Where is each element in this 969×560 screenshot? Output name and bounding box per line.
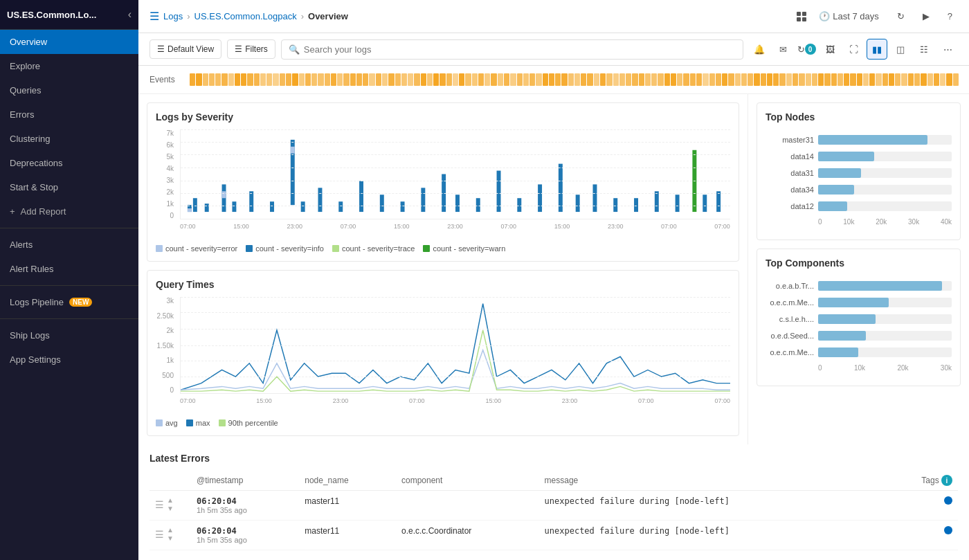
chevron-down-icon[interactable]: ▼ [167,505,174,512]
help-button[interactable]: ? [942,8,958,24]
filters-button[interactable]: ☰ Filters [227,39,275,59]
timeline-bar [266,73,272,86]
sidebar-divider-2 [0,285,138,286]
timeline-bar [799,73,804,86]
timeline-bar [773,73,779,86]
timeline-bar [632,73,637,86]
query-times-title: Query Times [156,279,730,290]
hbar-track [818,347,952,357]
sidebar-item-deprecations[interactable]: Deprecations [0,151,138,175]
chevron-down-icon[interactable]: ▼ [167,534,174,542]
sidebar-item-explore[interactable]: Explore [0,54,138,78]
timeline-bar [408,73,413,86]
sidebar-item-alerts[interactable]: Alerts [0,233,138,257]
sidebar-item-errors[interactable]: Errors [0,102,138,127]
monitor-button[interactable]: 🖼 [819,39,840,60]
timeline-bar [786,73,792,86]
timeline-bar [190,73,195,86]
sidebar-item-queries[interactable]: Queries [0,78,138,102]
sidebar-item-overview[interactable]: Overview [0,30,138,54]
hbar-fill [818,135,927,145]
timeline-bar [478,73,484,86]
timeline-bar [600,73,606,86]
svg-rect-16 [455,195,460,212]
grid-view-icon[interactable] [797,12,806,21]
logs-by-severity-panel: Logs by Severity 7k 6k 5k 4k 3k 2k 1k 0 [147,102,739,262]
bar-chart-button[interactable]: ▮▮ [867,39,887,60]
legend-max: max [186,419,210,427]
sidebar-item-start-stop[interactable]: Start & Stop [0,175,138,199]
default-view-button[interactable]: ☰ Default View [150,39,221,59]
hbar-track [818,201,952,211]
sidebar-collapse-button[interactable]: ‹ [128,8,132,21]
refresh-button[interactable]: ↻ [891,8,910,24]
svg-rect-30 [716,191,721,212]
time-range-button[interactable]: 🕐 Last 7 days [813,8,885,24]
query-times-body [180,297,730,394]
timeline-bar [619,73,625,86]
row-controls: ☰ ▲ ▼ [155,526,185,542]
search-input[interactable] [304,44,736,55]
play-button[interactable]: ▶ [917,8,935,24]
timeline-bar [908,73,914,86]
chevron-up-icon[interactable]: ▲ [167,496,174,504]
table-row: ☰ ▲ ▼ 06:20:04 1h 5m 35s ago master1 [150,521,958,550]
table-button[interactable]: ☷ [914,39,934,60]
svg-rect-8 [301,201,305,212]
timeline-bar [921,73,926,86]
hamburger-icon: ☰ [157,44,165,54]
logs-by-severity-chart: 7k 6k 5k 4k 3k 2k 1k 0 [156,129,730,240]
hbar-label: data14 [766,152,814,161]
chevron-up-icon[interactable]: ▲ [167,526,174,534]
timeline-bar [356,73,362,86]
fullscreen-button[interactable]: ⛶ [843,39,864,60]
top-nav: ☰ Logs › US.ES.Common.Logpack › Overview… [138,0,969,33]
hbar-fill [818,347,858,357]
legend-color-max [186,419,193,426]
sidebar-item-logs-pipeline[interactable]: Logs Pipeline NEW [0,290,138,314]
more-options-button[interactable]: ⋯ [937,39,958,60]
svg-rect-23 [593,184,597,212]
timeline-bar [658,73,663,86]
search-box[interactable]: 🔍 [281,39,743,60]
breadcrumb-logs[interactable]: Logs [163,11,183,21]
timeline-bar [305,73,311,86]
legend-trace: count - severity=trace [332,244,415,253]
hbar-row-data34: data34 [766,185,952,195]
sidebar-item-app-settings[interactable]: App Settings [0,347,138,372]
timeline-bar [280,73,285,86]
breadcrumb-app[interactable]: US.ES.Common.Logpack [194,11,297,21]
top-nodes-panel: Top Nodes master31 data14 [757,102,961,240]
hbar-fill [818,168,861,178]
legend-avg: avg [156,419,178,427]
row-expand-icon[interactable]: ☰ [155,499,164,510]
row-expand-icon[interactable]: ☰ [155,529,164,540]
timeline-bar [735,73,741,86]
timeline-bar [606,73,612,86]
timeline-bar [325,73,330,86]
mail-button[interactable]: ✉ [772,39,793,60]
timeline-bar [895,73,900,86]
hbar-row-data31: data31 [766,168,952,178]
timestamp-main: 06:20:04 [197,496,293,506]
timeline-bar [953,73,959,86]
row-controls: ☰ ▲ ▼ [155,496,185,512]
split-view-button[interactable]: ◫ [890,39,911,60]
timeline-bar [703,73,708,86]
timeline-bar [215,73,221,86]
hbar-label: c.s.l.e.h.... [766,315,814,323]
toolbar-icon-group: 🔔 ✉ ↻ 0 🖼 ⛶ ▮▮ ◫ ☷ ⋯ [749,39,958,60]
timeline-bar [940,73,945,86]
timeline-bar [440,73,445,86]
query-times-panel: Query Times 3k 2.50k 2k 1.50k 1k 500 0 [147,270,739,436]
grid-line [181,168,730,168]
timeline-bar [247,73,253,86]
sidebar-item-alert-rules[interactable]: Alert Rules [0,257,138,281]
grid-line [181,206,730,206]
bell-button[interactable]: 🔔 [749,39,770,60]
sidebar-item-clustering[interactable]: Clustering [0,127,138,151]
svg-rect-10 [338,201,343,212]
history-button[interactable]: ↻ 0 [796,39,817,60]
sidebar-item-ship-logs[interactable]: Ship Logs [0,323,138,347]
sidebar-item-add-report[interactable]: + Add Report [0,199,138,224]
